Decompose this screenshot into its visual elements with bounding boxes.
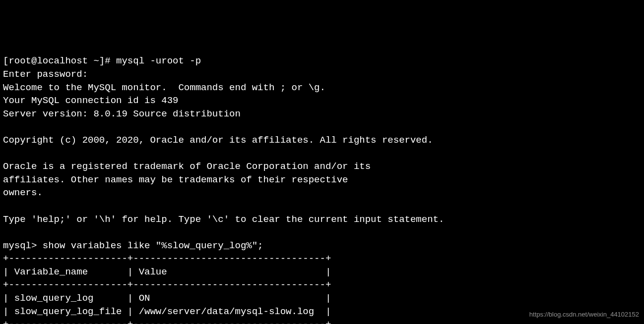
table-border: +---------------------+-----------------… xyxy=(3,253,331,264)
mysql-prompt: mysql> xyxy=(3,240,43,251)
text-line: affiliates. Other names may be trademark… xyxy=(3,174,348,185)
text-line: Welcome to the MySQL monitor. Commands e… xyxy=(3,82,325,93)
text-line: Enter password: xyxy=(3,69,88,80)
text-line: Type 'help;' or '\h' for help. Type '\c'… xyxy=(3,214,444,225)
table-border: +---------------------+-----------------… xyxy=(3,319,331,324)
table-border: +---------------------+-----------------… xyxy=(3,279,331,290)
text-line: Oracle is a registered trademark of Orac… xyxy=(3,161,371,172)
text-line: Copyright (c) 2000, 2020, Oracle and/or … xyxy=(3,135,433,146)
text-line: Server version: 8.0.19 Source distributi… xyxy=(3,108,241,119)
mysql-command: show variables like "%slow_query_log%"; xyxy=(43,240,263,251)
table-row: | slow_query_log_file | /www/server/data… xyxy=(3,306,331,317)
shell-command: mysql -uroot -p xyxy=(116,55,201,66)
terminal-output[interactable]: [root@localhost ~]# mysql -uroot -p Ente… xyxy=(3,54,641,324)
text-line: owners. xyxy=(3,187,43,198)
shell-prompt: [root@localhost ~]# xyxy=(3,55,116,66)
table-header: | Variable_name | Value | xyxy=(3,267,331,277)
text-line: Your MySQL connection id is 439 xyxy=(3,95,178,106)
table-row: | slow_query_log | ON | xyxy=(3,293,331,304)
watermark-text: https://blog.csdn.net/weixin_44102152 xyxy=(529,310,639,319)
